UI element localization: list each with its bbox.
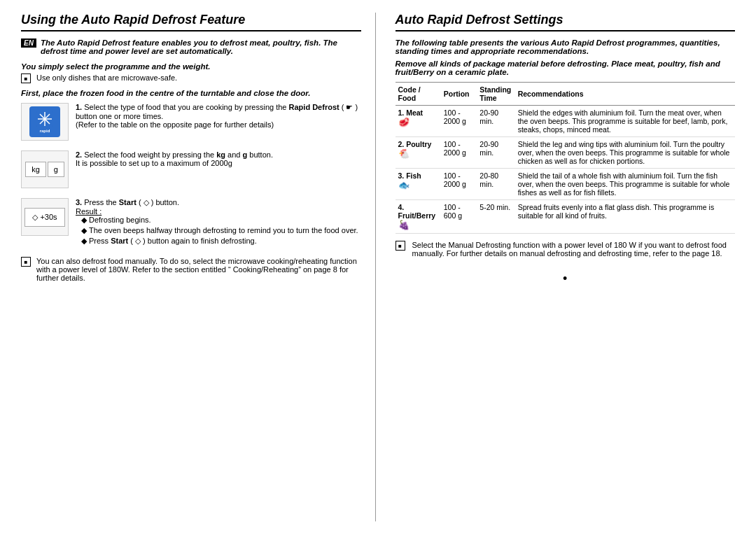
bullet-text-1: Defrosting begins.: [89, 216, 151, 224]
step-1-num: 1.: [76, 103, 82, 111]
bullet-text-2: The oven beeps halfway through defrostin…: [89, 226, 358, 234]
note-icon-1: ■: [21, 73, 31, 83]
rec-cell-2: Shield the leg and wing tips with alumin…: [515, 137, 735, 169]
food-cell-2: 2. Poultry 🐔: [396, 137, 441, 169]
col-header-standing: StandingTime: [477, 83, 514, 106]
step-1-content: 1. Select the type of food that you are …: [76, 103, 361, 129]
note-icon-manual: ■: [21, 257, 31, 267]
portion-cell-1: 100 - 2000 g: [441, 106, 477, 137]
step-3-row: ◇ +30s 3. Press the Start ( ◇ ) button. …: [21, 198, 361, 247]
intro-block: EN The Auto Rapid Defrost feature enable…: [21, 38, 361, 55]
step-1-row: rapid 1. Select the type of food that yo…: [21, 103, 361, 141]
food-icon-2: 🐔: [398, 148, 410, 159]
rec-cell-1: Shield the edges with aluminium foil. Tu…: [515, 106, 735, 137]
standing-cell-1: 20-90 min.: [477, 106, 514, 137]
rapid-defrost-button-icon: rapid: [29, 106, 60, 137]
step-3-content: 3. Press the Start ( ◇ ) button. Result …: [76, 198, 361, 247]
food-cell-4: 4. Fruit/Berry 🍇: [396, 200, 441, 234]
g-button: g: [48, 162, 64, 177]
food-icon-1: 🥩: [398, 117, 410, 127]
food-name-3: 3. Fish: [398, 171, 421, 180]
step-2-num: 2.: [76, 150, 82, 159]
right-manual-block: ■ Select the Manual Defrosting function …: [396, 241, 736, 258]
bullet-2: ◆ The oven beeps halfway through defrost…: [76, 226, 361, 235]
diamond-icon-3: ◆: [81, 237, 87, 246]
table-row-4: 4. Fruit/Berry 🍇 100 - 600 g 5-20 min. S…: [396, 200, 736, 234]
portion-cell-4: 100 - 600 g: [441, 200, 477, 234]
diamond-icon-1: ◆: [81, 216, 87, 225]
diamond-icon-2: ◆: [81, 226, 87, 235]
result-label: Result :: [76, 207, 102, 216]
table-row-1: 1. Meat 🥩 100 - 2000 g 20-90 min. Shield…: [396, 106, 736, 137]
manual-block-left: ■ You can also defrost food manually. To…: [21, 257, 361, 282]
food-name-4: 4. Fruit/Berry: [398, 203, 436, 220]
note-line-1: ■ Use only dishes that are microwave-saf…: [21, 73, 361, 83]
divider-dot: •: [396, 272, 736, 286]
food-icon-3: 🐟: [398, 180, 410, 190]
left-title: Using the Auto Rapid Defrost Feature: [21, 13, 361, 31]
table-row-2: 2. Poultry 🐔 100 - 2000 g 20-90 min. Shi…: [396, 137, 736, 169]
intro-text: The Auto Rapid Defrost feature enables y…: [41, 38, 361, 55]
bullet-text-3: Press Start ( ◇ ) button again to finish…: [89, 237, 257, 246]
food-name-2: 2. Poultry: [398, 140, 432, 148]
step-heading: First, place the frozen food in the cent…: [21, 89, 361, 97]
food-cell-1: 1. Meat 🥩: [396, 106, 441, 137]
en-badge: EN: [21, 38, 36, 48]
kg-button: kg: [25, 162, 46, 177]
step-3-num: 3.: [76, 198, 82, 206]
step-3-image: ◇ +30s: [21, 198, 69, 236]
step-2-content: 2. Select the food weight by pressing th…: [76, 150, 361, 167]
right-column: Auto Rapid Defrost Settings The followin…: [393, 13, 736, 521]
step-1-image: rapid: [21, 103, 69, 141]
food-icon-4: 🍇: [398, 220, 410, 230]
bullet-3: ◆ Press Start ( ◇ ) button again to fini…: [76, 237, 361, 246]
right-intro-bold: The following table presents the various…: [396, 38, 736, 55]
rec-cell-3: Shield the tail of a whole fish with alu…: [515, 169, 735, 200]
col-header-portion: Portion: [441, 83, 477, 106]
steps-section: rapid 1. Select the type of food that yo…: [21, 103, 361, 247]
right-manual-note-text: Select the Manual Defrosting function wi…: [412, 241, 736, 258]
right-intro-bold2: Remove all kinds of package material bef…: [396, 59, 736, 76]
note-text-1: Use only dishes that are microwave-safe.: [36, 73, 177, 82]
step-2-row: kg g 2. Select the food weight by pressi…: [21, 150, 361, 188]
table-row-3: 3. Fish 🐟 100 - 2000 g 20-80 min. Shield…: [396, 169, 736, 200]
rec-cell-4: Spread fruits evenly into a flat glass d…: [515, 200, 735, 234]
page: Using the Auto Rapid Defrost Feature EN …: [0, 0, 756, 534]
bullet-1: ◆ Defrosting begins.: [76, 216, 361, 225]
start-button-image: ◇ +30s: [24, 208, 64, 227]
food-cell-3: 3. Fish 🐟: [396, 169, 441, 200]
right-title: Auto Rapid Defrost Settings: [396, 13, 736, 31]
defrost-table: Code / Food Portion StandingTime Recomme…: [396, 82, 736, 234]
portion-cell-2: 100 - 2000 g: [441, 137, 477, 169]
standing-cell-4: 5-20 min.: [477, 200, 514, 234]
col-header-rec: Recommendations: [515, 83, 735, 106]
kg-g-buttons: kg g: [25, 162, 64, 177]
col-header-food: Code / Food: [396, 83, 441, 106]
left-column: Using the Auto Rapid Defrost Feature EN …: [21, 13, 376, 521]
portion-cell-3: 100 - 2000 g: [441, 169, 477, 200]
manual-note-text: You can also defrost food manually. To d…: [36, 257, 361, 282]
subheading1: You simply select the programme and the …: [21, 62, 361, 71]
step-2-image: kg g: [21, 150, 69, 188]
note-icon-right-manual: ■: [396, 241, 405, 251]
standing-cell-3: 20-80 min.: [477, 169, 514, 200]
standing-cell-2: 20-90 min.: [477, 137, 514, 169]
food-name-1: 1. Meat: [398, 108, 424, 117]
